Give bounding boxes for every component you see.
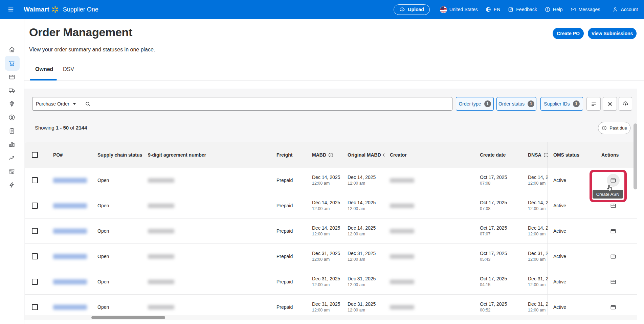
table-settings-button[interactable]	[603, 97, 617, 111]
search-type-dropdown[interactable]: Purchase Order	[32, 97, 81, 110]
mabd-time: 12:00 am	[312, 206, 330, 212]
account-menu[interactable]: Account	[612, 6, 638, 13]
growth-trend-icon[interactable]	[8, 154, 16, 162]
order-status-filter-chip[interactable]: Order status 1	[496, 97, 536, 111]
order-type-label: Order type	[459, 101, 481, 107]
tab-dsv[interactable]: DSV	[63, 66, 74, 72]
create-asn-button[interactable]	[607, 301, 620, 314]
freight-value: Prepaid	[276, 254, 293, 259]
create-asn-button[interactable]	[607, 199, 620, 212]
po-number-link-redacted[interactable]	[53, 203, 87, 208]
create-asn-button[interactable]	[607, 225, 620, 237]
original-mabd-time: 12:00 am	[348, 307, 365, 313]
create-date: Oct 17, 2025	[480, 225, 507, 231]
globe-icon	[485, 6, 491, 13]
row-checkbox[interactable]	[32, 253, 38, 259]
transport-truck-icon[interactable]	[8, 87, 16, 94]
po-number-link-redacted[interactable]	[53, 178, 87, 183]
oms-status: Active	[553, 254, 566, 259]
topbar: Walmart Supplier One Upload United State…	[0, 0, 644, 19]
freight-value: Prepaid	[276, 228, 293, 234]
dnsa-time: 12:00 am	[528, 257, 546, 262]
mabd-date: Dec 14, 2025	[312, 200, 340, 206]
past-due-button[interactable]: Past due	[598, 122, 630, 134]
mabd-date: Dec 14, 2025	[312, 225, 340, 231]
row-checkbox[interactable]	[32, 203, 38, 209]
feedback-link[interactable]: Feedback	[508, 6, 537, 13]
agreement-number-redacted	[148, 280, 174, 284]
search-icon	[85, 101, 91, 107]
original-mabd-date: Dec 14, 2025	[348, 174, 376, 181]
create-time: 07:08	[480, 181, 490, 186]
agreement-number-redacted	[148, 178, 174, 183]
help-link[interactable]: Help	[545, 6, 563, 13]
header-freight: Freight	[276, 152, 292, 158]
view-submissions-button[interactable]: View Submissions	[588, 28, 637, 39]
supplier-ids-filter-chip[interactable]: Supplier IDs 1	[540, 97, 583, 111]
supply-chain-status: Open	[97, 304, 109, 310]
upload-label: Upload	[408, 7, 424, 12]
marketplace-store-icon[interactable]	[8, 168, 16, 175]
po-number-link-redacted[interactable]	[53, 305, 87, 310]
chevron-down-icon	[73, 103, 76, 105]
original-mabd-date: Dec 31, 2025	[348, 250, 376, 257]
page-subtitle: View your order summary and statuses in …	[29, 47, 155, 53]
analytics-bar-chart-icon[interactable]	[8, 141, 16, 148]
brand-logo[interactable]: Walmart Supplier One	[24, 6, 98, 13]
info-icon[interactable]	[543, 153, 548, 158]
mabd-date: Dec 31, 2025	[312, 301, 340, 307]
gear-icon	[607, 101, 613, 107]
help-label: Help	[553, 7, 563, 12]
country-selector[interactable]: United States	[440, 6, 478, 13]
original-mabd-time: 12:00 am	[348, 231, 365, 237]
header-actions: Actions	[601, 152, 619, 158]
orders-cart-icon[interactable]	[8, 60, 16, 67]
select-all-checkbox[interactable]	[32, 152, 38, 158]
mabd-time: 12:00 am	[312, 307, 330, 313]
info-icon[interactable]	[328, 153, 333, 158]
original-mabd-date: Dec 14, 2025	[348, 225, 376, 231]
language-selector[interactable]: EN	[485, 6, 500, 13]
order-type-filter-chip[interactable]: Order type 1	[456, 97, 494, 111]
row-checkbox[interactable]	[32, 304, 38, 310]
po-number-link-redacted[interactable]	[53, 229, 87, 234]
create-asn-button[interactable]	[607, 275, 620, 288]
vertical-scrollbar-thumb[interactable]	[634, 123, 637, 189]
dnsa-time: 12:00 am	[528, 206, 546, 212]
upload-button[interactable]: Upload	[394, 4, 429, 15]
row-checkbox[interactable]	[32, 228, 38, 234]
po-number-link-redacted[interactable]	[53, 254, 87, 259]
messages-link[interactable]: Messages	[570, 6, 600, 13]
download-button[interactable]	[619, 97, 632, 111]
payments-dollar-icon[interactable]	[8, 114, 16, 121]
original-mabd-time: 12:00 am	[348, 206, 365, 212]
page-title: Order Management	[29, 26, 132, 39]
search-input[interactable]	[94, 97, 452, 110]
po-number-link-redacted[interactable]	[53, 279, 87, 284]
create-asn-button[interactable]	[607, 250, 620, 263]
items-box-icon[interactable]	[8, 73, 16, 80]
reports-clipboard-icon[interactable]	[8, 127, 16, 135]
header-create-date: Create date	[480, 152, 506, 158]
freight-value: Prepaid	[276, 304, 293, 310]
tab-owned[interactable]: Owned	[35, 66, 53, 72]
sort-lines-button[interactable]	[586, 97, 601, 111]
row-checkbox[interactable]	[32, 177, 38, 183]
home-icon[interactable]	[8, 46, 16, 53]
create-po-button[interactable]: Create PO	[553, 28, 584, 39]
dnsa-time: 12:00 am	[528, 181, 546, 186]
mabd-time: 12:00 am	[312, 257, 330, 262]
horizontal-scrollbar-thumb[interactable]	[91, 316, 165, 319]
header-original-mabd: Original MABD	[348, 152, 381, 158]
search-bar: Purchase Order	[32, 97, 452, 111]
integrations-bolt-icon[interactable]	[8, 181, 16, 189]
creator-redacted	[390, 254, 414, 259]
creator-redacted	[390, 204, 414, 208]
row-checkbox[interactable]	[32, 279, 38, 285]
results-summary: Showing 1 - 50 of 2144	[35, 125, 87, 131]
messages-label: Messages	[579, 7, 600, 12]
orders-table: PO# Supply chain status 9-digit agreemen…	[25, 142, 637, 320]
hamburger-menu-icon[interactable]	[7, 6, 14, 13]
create-date: Oct 17, 2025	[480, 301, 507, 307]
quality-gem-icon[interactable]	[8, 100, 16, 108]
